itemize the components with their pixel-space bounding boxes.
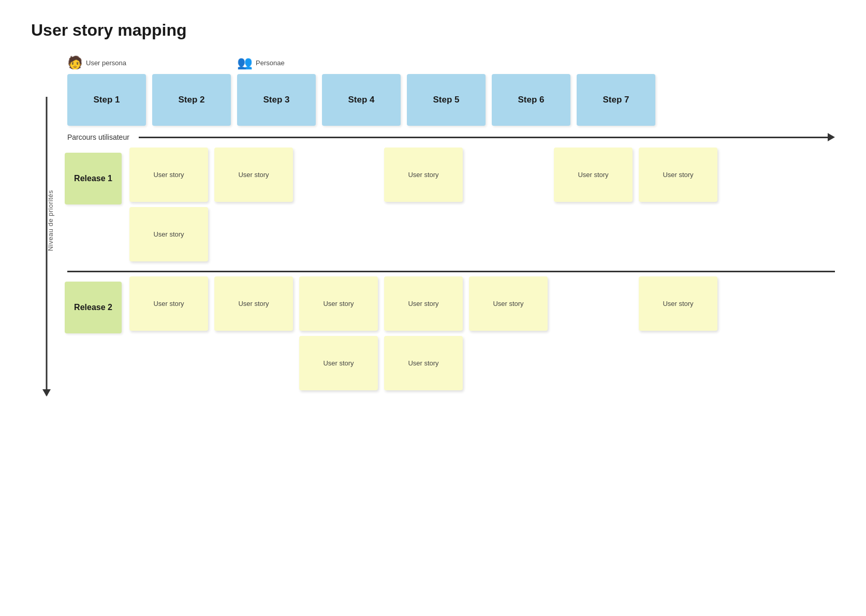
step-card-4[interactable]: Step 4 <box>322 74 401 126</box>
release-divider <box>67 271 835 272</box>
list-item[interactable]: User story <box>214 276 293 331</box>
journey-line <box>139 137 828 138</box>
release-2-card[interactable]: Release 2 <box>65 282 122 333</box>
release-2-stories: User story User story User story User st… <box>124 276 835 395</box>
persona-2: 👥 Personae <box>237 55 316 70</box>
page-title: User story mapping <box>31 21 835 40</box>
list-item[interactable]: User story <box>129 276 208 331</box>
list-item[interactable]: User story <box>384 148 463 202</box>
step-card-6[interactable]: Step 6 <box>492 74 570 126</box>
release-2-row-2: User story User story <box>129 336 835 390</box>
release-2-row-1: User story User story User story User st… <box>129 276 835 331</box>
release-2-section: Release 2 User story User story User sto… <box>62 276 835 395</box>
main-layout: Niveau de priorités 🧑 User persona 👥 Per… <box>31 55 835 395</box>
personae-icon: 👥 <box>237 55 253 70</box>
releases-area: Release 1 User story User story User sto… <box>62 148 835 395</box>
journey-row: Parcours utilisateur <box>62 133 835 141</box>
release-1-row-2: User story <box>129 207 835 261</box>
release-1-label-col: Release 1 <box>62 148 124 267</box>
v-axis: Niveau de priorités <box>31 55 62 395</box>
list-item[interactable]: User story <box>554 148 633 202</box>
v-axis-arrow-down <box>42 389 51 397</box>
list-item[interactable]: User story <box>639 276 717 331</box>
list-item[interactable]: User story <box>214 148 293 202</box>
release-2-label-col: Release 2 <box>62 276 124 395</box>
list-item[interactable]: User story <box>129 148 208 202</box>
list-item[interactable]: User story <box>129 207 208 261</box>
personae-label: Personae <box>256 59 285 67</box>
page: User story mapping Niveau de priorités 🧑… <box>0 0 866 416</box>
v-axis-label: Niveau de priorités <box>47 190 54 251</box>
steps-row: Step 1 Step 2 Step 3 Step 4 Step 5 Step … <box>62 74 835 126</box>
release-1-card[interactable]: Release 1 <box>65 153 122 204</box>
list-item[interactable]: User story <box>384 276 463 331</box>
step-card-7[interactable]: Step 7 <box>577 74 655 126</box>
list-item[interactable]: User story <box>299 276 378 331</box>
list-item[interactable]: User story <box>384 336 463 390</box>
release-1-row-1: User story User story User story User st… <box>129 148 835 202</box>
list-item[interactable]: User story <box>299 336 378 390</box>
journey-label: Parcours utilisateur <box>67 133 129 141</box>
release-1-stories: User story User story User story User st… <box>124 148 835 267</box>
step-card-1[interactable]: Step 1 <box>67 74 146 126</box>
journey-arrow <box>828 133 835 141</box>
list-item[interactable]: User story <box>639 148 717 202</box>
step-card-2[interactable]: Step 2 <box>152 74 231 126</box>
user-persona-label: User persona <box>86 59 126 67</box>
list-item[interactable]: User story <box>469 276 548 331</box>
release-1-section: Release 1 User story User story User sto… <box>62 148 835 267</box>
persona-1: 🧑 User persona <box>67 55 146 70</box>
step-card-3[interactable]: Step 3 <box>237 74 316 126</box>
step-card-5[interactable]: Step 5 <box>407 74 486 126</box>
content-area: 🧑 User persona 👥 Personae Step 1 Step 2 … <box>62 55 835 395</box>
user-persona-icon: 🧑 <box>67 55 83 70</box>
personas-row: 🧑 User persona 👥 Personae <box>62 55 835 70</box>
